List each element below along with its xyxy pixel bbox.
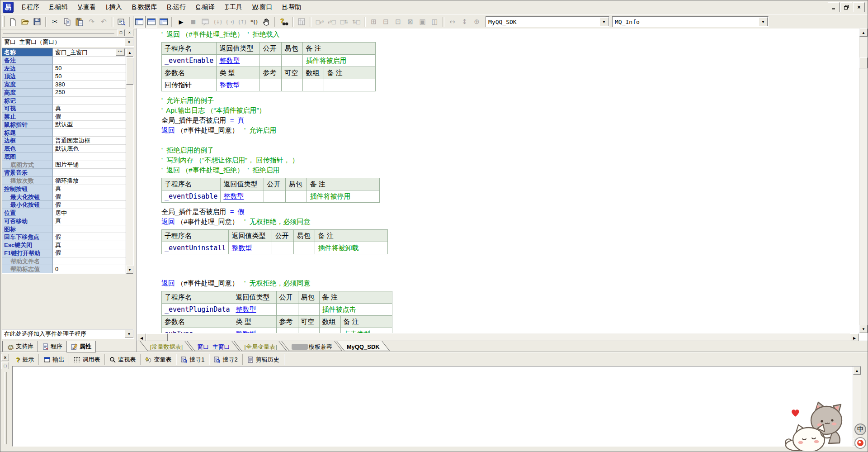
- ellipsis-button[interactable]: ···: [116, 48, 125, 56]
- property-value[interactable]: [53, 129, 126, 137]
- scroll-track[interactable]: [126, 85, 133, 266]
- property-row[interactable]: 宽度380: [2, 81, 126, 89]
- menu-item[interactable]: V.查看: [73, 2, 100, 13]
- property-row[interactable]: 备注: [2, 57, 126, 65]
- property-row[interactable]: 播放次数循环播放: [2, 177, 126, 185]
- chevron-down-icon[interactable]: ▼: [599, 17, 609, 26]
- restore-button[interactable]: [840, 2, 852, 12]
- property-row[interactable]: 图标: [2, 225, 126, 233]
- property-row[interactable]: 底图方式图片平铺: [2, 161, 126, 169]
- property-row[interactable]: 边框普通固定边框: [2, 137, 126, 145]
- step-into-icon[interactable]: {↓}: [212, 16, 224, 28]
- property-value[interactable]: 居中: [53, 209, 126, 217]
- help-search-icon[interactable]: ?: [278, 16, 290, 28]
- property-value[interactable]: 假: [53, 249, 126, 257]
- panel-restore-button[interactable]: □: [117, 29, 125, 36]
- property-value[interactable]: 默认底色: [53, 145, 126, 153]
- file-tab[interactable]: [常量数据表]: [143, 341, 190, 352]
- property-row[interactable]: 标记: [2, 97, 126, 105]
- menu-item[interactable]: H.帮助: [278, 2, 306, 13]
- scroll-up-icon[interactable]: ▲: [859, 29, 868, 37]
- property-row[interactable]: 左边50: [2, 65, 126, 73]
- property-row[interactable]: 可否移动真: [2, 217, 126, 225]
- stop-button[interactable]: ■: [187, 16, 199, 28]
- copy-icon[interactable]: [61, 16, 73, 28]
- object-selector[interactable]: 窗口_主窗口（窗口） ▼: [2, 37, 134, 47]
- property-value[interactable]: 假: [53, 201, 126, 209]
- swap-vertical-icon[interactable]: ⇅□: [350, 16, 362, 28]
- align-center-h-icon[interactable]: ⊞: [368, 16, 380, 28]
- menu-item[interactable]: B.数据库: [127, 2, 161, 13]
- cut-icon[interactable]: ✂: [49, 16, 61, 28]
- scroll-up-icon[interactable]: ▲: [126, 48, 133, 57]
- code-content[interactable]: ' 返回 （#事件处理_拒绝） ' 拒绝载入子程序名返回值类型公开易包备 注_e…: [137, 29, 859, 333]
- property-value[interactable]: 窗口_主窗口···: [53, 48, 126, 57]
- property-value[interactable]: 真: [53, 241, 126, 249]
- panel-close-button[interactable]: ×: [1, 354, 9, 361]
- panel-tab-搜寻2[interactable]: 搜寻2: [209, 354, 242, 365]
- menu-item[interactable]: F.程序: [17, 2, 44, 13]
- panel-tab-剪辑历史[interactable]: 剪辑历史: [243, 354, 284, 365]
- scroll-down-icon[interactable]: ▼: [859, 325, 868, 333]
- property-value[interactable]: 380: [53, 81, 126, 89]
- pause-hand-icon[interactable]: [260, 16, 273, 28]
- redo-icon[interactable]: ↷: [85, 16, 98, 28]
- chevron-down-icon[interactable]: ▼: [125, 330, 133, 338]
- file-tab[interactable]: 模板兼容: [284, 341, 340, 352]
- space-horizontal-icon[interactable]: □⇄: [313, 16, 326, 28]
- property-value[interactable]: 普通固定边框: [53, 137, 126, 145]
- menu-item[interactable]: C.编译: [191, 2, 219, 13]
- output-area[interactable]: ▲ ▼: [12, 366, 861, 447]
- panel-tab-变量表[interactable]: 变量表: [141, 354, 176, 365]
- property-value[interactable]: [53, 257, 126, 266]
- find-icon[interactable]: [115, 16, 127, 28]
- property-value[interactable]: 假: [53, 113, 126, 121]
- save-button[interactable]: [31, 16, 43, 28]
- property-row[interactable]: 最大化按钮假: [2, 193, 126, 201]
- align-bottom-icon[interactable]: ⊠: [404, 16, 416, 28]
- debug-window-icon[interactable]: [199, 16, 212, 28]
- property-row[interactable]: 控制按钮真: [2, 185, 126, 193]
- assembly-combo[interactable]: MyQQ_SDK ▼: [486, 16, 609, 27]
- scroll-up-icon[interactable]: ▲: [853, 366, 861, 375]
- minimize-button[interactable]: [828, 2, 840, 12]
- menu-item[interactable]: R.运行: [162, 2, 190, 13]
- property-row[interactable]: 鼠标指针默认型: [2, 121, 126, 129]
- property-row[interactable]: 名称窗口_主窗口···: [2, 48, 126, 57]
- code-editor[interactable]: ' 返回 （#事件处理_拒绝） ' 拒绝载入子程序名返回值类型公开易包备 注_e…: [136, 29, 868, 352]
- menu-item[interactable]: T.工具: [220, 2, 247, 13]
- chevron-down-icon[interactable]: ▼: [125, 38, 133, 46]
- property-value[interactable]: 真: [53, 185, 126, 193]
- panel-tab-调用表[interactable]: 调用表: [69, 354, 105, 365]
- panel-tab-支持库[interactable]: 支持库: [2, 341, 38, 352]
- property-value[interactable]: [53, 97, 126, 105]
- property-row[interactable]: F1键打开帮助假: [2, 249, 126, 257]
- space-vertical-icon[interactable]: ⇄□: [326, 16, 338, 28]
- panel-grip[interactable]: [5, 372, 7, 444]
- property-row[interactable]: 位置居中: [2, 209, 126, 217]
- property-value[interactable]: [53, 153, 126, 161]
- property-row[interactable]: 回车下移焦点假: [2, 233, 126, 241]
- same-width-icon[interactable]: ↔: [446, 16, 458, 28]
- ide-window-icon[interactable]: [296, 16, 308, 28]
- panel-tab-程序[interactable]: 程序: [38, 341, 67, 352]
- panel-tab-监视表[interactable]: 监视表: [105, 354, 141, 365]
- chevron-down-icon[interactable]: ▼: [759, 17, 768, 26]
- panel-restore-button[interactable]: □: [1, 362, 9, 369]
- property-grid-scrollbar[interactable]: ▲ ▼: [126, 48, 133, 274]
- menu-item[interactable]: E.编辑: [45, 2, 72, 13]
- property-value[interactable]: 50: [53, 65, 126, 73]
- property-value[interactable]: 真: [53, 105, 126, 113]
- property-value[interactable]: [53, 57, 126, 65]
- same-gap-h-icon[interactable]: ▣: [416, 16, 429, 28]
- paste-icon[interactable]: [73, 16, 85, 28]
- same-height-icon[interactable]: ↕: [458, 16, 471, 28]
- property-value[interactable]: 真: [53, 217, 126, 225]
- scroll-thumb[interactable]: [126, 57, 133, 85]
- property-row[interactable]: 最小化按钮假: [2, 201, 126, 209]
- scroll-track[interactable]: [859, 68, 868, 325]
- property-value[interactable]: 0: [53, 265, 126, 273]
- scroll-thumb[interactable]: [859, 57, 868, 68]
- step-out-icon[interactable]: {↑}: [236, 16, 248, 28]
- layout-top-panel-icon[interactable]: [145, 16, 157, 28]
